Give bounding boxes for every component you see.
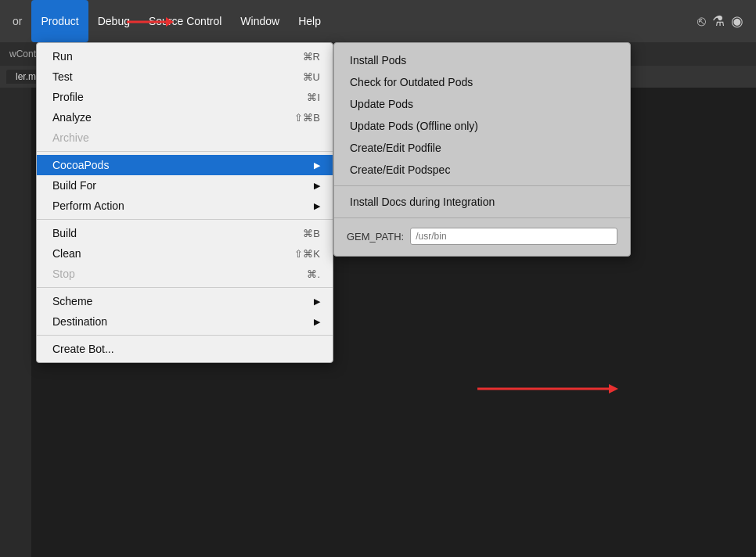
- menu-item-archive: Archive: [37, 128, 333, 148]
- menu-item-cocoapods[interactable]: CocoaPods ▶: [37, 155, 333, 175]
- menubar-item-source-control[interactable]: Source Control: [139, 0, 231, 42]
- menubar-item-debug[interactable]: Debug: [88, 0, 139, 42]
- submenu-item-update-pods-offline[interactable]: Update Pods (Offline only): [334, 115, 630, 137]
- menubar-item-or[interactable]: or: [3, 0, 31, 42]
- escape-icon[interactable]: ⎋: [697, 13, 706, 30]
- submenu-separator-2: [334, 217, 630, 218]
- menu-item-profile[interactable]: Profile ⌘I: [37, 87, 333, 107]
- menu-item-scheme[interactable]: Scheme ▶: [37, 291, 333, 311]
- menu-item-analyze[interactable]: Analyze ⇧⌘B: [37, 107, 333, 128]
- menu-item-build[interactable]: Build ⌘B: [37, 223, 333, 243]
- submenu-separator-1: [334, 185, 630, 186]
- menu-item-run[interactable]: Run ⌘R: [37, 46, 333, 66]
- submenu-arrow-icon-4: ▶: [314, 296, 320, 307]
- submenu-arrow-icon-5: ▶: [314, 317, 320, 327]
- menu-item-create-bot[interactable]: Create Bot...: [37, 339, 333, 359]
- submenu-arrow-icon-2: ▶: [314, 181, 320, 191]
- gem-path-input[interactable]: [410, 228, 617, 245]
- menubar-item-help[interactable]: Help: [289, 0, 330, 42]
- submenu-item-update-pods[interactable]: Update Pods: [334, 93, 630, 115]
- menubar-item-window[interactable]: Window: [231, 0, 289, 42]
- gem-path-row: GEM_PATH:: [334, 223, 630, 250]
- flask-icon[interactable]: ⚗: [712, 13, 725, 30]
- menu-separator-2: [37, 219, 333, 220]
- menu-item-perform-action[interactable]: Perform Action ▶: [37, 196, 333, 216]
- menu-item-destination[interactable]: Destination ▶: [37, 311, 333, 332]
- menu-separator-4: [37, 335, 333, 336]
- submenu-arrow-icon-3: ▶: [314, 201, 320, 211]
- submenu-item-check-outdated[interactable]: Check for Outdated Pods: [334, 71, 630, 93]
- menu-separator-3: [37, 287, 333, 288]
- submenu-arrow-icon: ▶: [314, 160, 320, 171]
- sidebar: [0, 42, 31, 557]
- menu-item-stop: Stop ⌘.: [37, 264, 333, 284]
- menubar-item-product[interactable]: Product: [31, 0, 88, 42]
- gem-path-label: GEM_PATH:: [347, 231, 404, 243]
- submenu-item-create-edit-podspec[interactable]: Create/Edit Podspec: [334, 159, 630, 181]
- product-dropdown: Run ⌘R Test ⌘U Profile ⌘I Analyze ⇧⌘B Ar…: [36, 42, 333, 363]
- submenu-item-install-pods[interactable]: Install Pods: [334, 49, 630, 71]
- menubar: or Product Debug Source Control Window H…: [0, 0, 756, 42]
- cocoapods-submenu: Install Pods Check for Outdated Pods Upd…: [333, 42, 631, 257]
- submenu-item-create-edit-podfile[interactable]: Create/Edit Podfile: [334, 137, 630, 159]
- submenu-item-install-docs[interactable]: Install Docs during Integration: [334, 191, 630, 213]
- menu-separator-1: [37, 151, 333, 152]
- menu-item-clean[interactable]: Clean ⇧⌘K: [37, 243, 333, 264]
- menubar-icons: ⎋ ⚗ ◉: [697, 13, 753, 30]
- menu-item-build-for[interactable]: Build For ▶: [37, 175, 333, 196]
- menu-item-test[interactable]: Test ⌘U: [37, 66, 333, 87]
- user-icon[interactable]: ◉: [731, 13, 743, 30]
